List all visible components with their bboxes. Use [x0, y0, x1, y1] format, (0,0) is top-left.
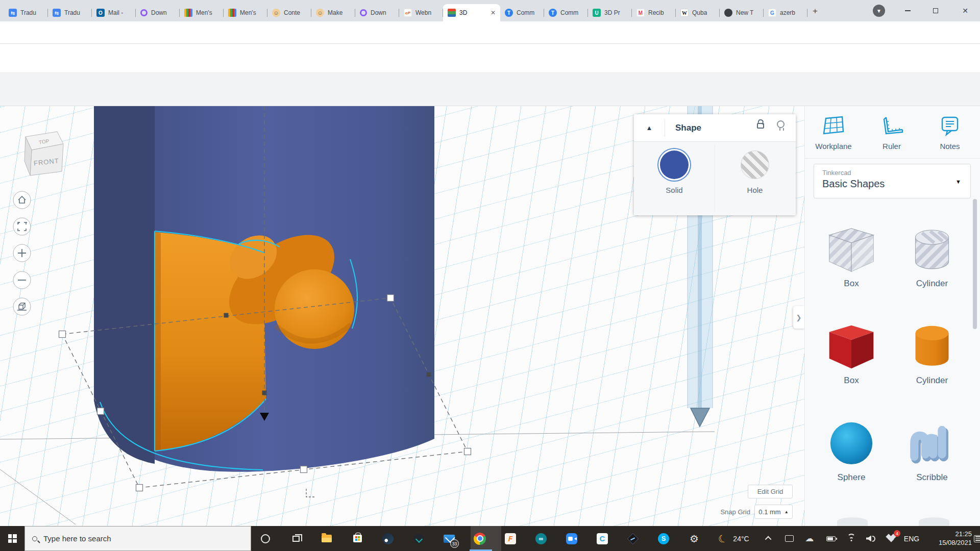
- window-maximize-button[interactable]: [924, 0, 947, 21]
- solid-swatch[interactable]: [660, 151, 689, 179]
- taskbar-app-steam[interactable]: [376, 526, 400, 551]
- taskbar-app-cura[interactable]: C: [590, 526, 615, 551]
- dropbox-badge: 4: [894, 530, 900, 537]
- face-favicon: ☺: [272, 9, 280, 17]
- panel-collapse-chevron[interactable]: ❯: [793, 306, 804, 329]
- taskbar-app-arduino[interactable]: ∞: [529, 526, 553, 551]
- shape-item-sphere[interactable]: Sphere: [821, 419, 882, 483]
- browser-address-bar: ← → ↻ tinkercad.com/things/cCE3HiNw2dO-s…: [0, 21, 980, 44]
- window-minimize-button[interactable]: [896, 0, 919, 21]
- taskbar-app-task-view[interactable]: [284, 526, 308, 551]
- edit-grid-button[interactable]: Edit Grid: [748, 485, 793, 498]
- browser-tab[interactable]: TComm: [500, 4, 544, 21]
- browser-tab[interactable]: ⇆Tradu: [4, 4, 48, 21]
- taskbar-app-store[interactable]: [345, 526, 370, 551]
- tab-close-icon[interactable]: ✕: [491, 9, 496, 16]
- taskbar-app-zoom[interactable]: [559, 526, 584, 551]
- wikipedia-favicon: W: [680, 9, 689, 17]
- collapse-panel-button[interactable]: ▲: [634, 124, 665, 132]
- snap-grid-select[interactable]: 0.1 mm ▲: [754, 505, 793, 519]
- translate-favicon: ⇆: [9, 9, 17, 17]
- fit-view-button[interactable]: [13, 218, 31, 235]
- face-favicon: ☺: [316, 9, 324, 17]
- browser-tab[interactable]: cPWebn: [399, 4, 443, 21]
- browser-tab[interactable]: ⇆Tradu: [48, 4, 92, 21]
- browser-tab[interactable]: Men's: [224, 4, 267, 21]
- visibility-bulb-icon[interactable]: [777, 120, 785, 128]
- outlook-favicon: O: [96, 9, 105, 17]
- browser-tab[interactable]: ☺Make: [311, 4, 355, 21]
- sidebar-scrollbar[interactable]: [973, 199, 977, 329]
- shape-item-cylinder[interactable]: Cylinder: [901, 226, 963, 289]
- browser-tab[interactable]: ☺Conte: [267, 4, 311, 21]
- shape-item-scribble[interactable]: Scribble: [901, 419, 963, 483]
- shape-library-dropdown[interactable]: Tinkercad Basic Shapes: [814, 164, 971, 198]
- home-view-button[interactable]: [13, 191, 31, 209]
- hole-swatch[interactable]: [741, 151, 769, 179]
- ruler-tool[interactable]: Ruler: [863, 115, 921, 151]
- taskbar-app-mail[interactable]: 33: [437, 526, 461, 551]
- snap-grid-label: Snap Grid: [707, 508, 750, 516]
- workplane-label: Workplane: [804, 142, 863, 151]
- taskbar-app-file-explorer[interactable]: [314, 526, 339, 551]
- battery-icon[interactable]: [821, 526, 841, 551]
- tab-title: Down: [151, 9, 167, 16]
- browser-tab[interactable]: Men's: [180, 4, 224, 21]
- temperature[interactable]: 24°C: [731, 526, 751, 551]
- taskbar-app-skype[interactable]: S: [651, 526, 676, 551]
- volume-icon[interactable]: [861, 526, 881, 551]
- solid-option[interactable]: Solid: [634, 142, 715, 215]
- browser-tab[interactable]: TComm: [544, 4, 588, 21]
- rotation-lock-icon[interactable]: [779, 526, 799, 551]
- taskbar-app-daemon[interactable]: [621, 526, 645, 551]
- start-button[interactable]: [0, 526, 24, 551]
- tab-title: Conte: [284, 9, 300, 16]
- shape-item-partial[interactable]: [837, 517, 868, 526]
- library-name: Basic Shapes: [822, 178, 962, 190]
- new-tab-button[interactable]: +: [813, 6, 818, 16]
- shape-item-box[interactable]: Box: [821, 226, 882, 289]
- shape-item-cylinder[interactable]: Cylinder: [901, 322, 963, 386]
- taskbar-app-settings[interactable]: ⚙: [682, 526, 706, 551]
- taskbar-app-cortana[interactable]: [253, 526, 278, 551]
- unlock-icon[interactable]: [757, 123, 764, 129]
- taskbar-app-chrome[interactable]: [468, 526, 492, 551]
- browser-tab[interactable]: OMail -: [92, 4, 136, 21]
- taskbar-app-predator[interactable]: [406, 526, 431, 551]
- ring-favicon: [140, 9, 148, 16]
- search-placeholder: Type here to search: [43, 534, 111, 543]
- shape-label: Sphere: [821, 472, 882, 483]
- tinkercad-header: TINKERCAD Rocket Launcher: [0, 44, 980, 73]
- browser-tab[interactable]: WQuba: [676, 4, 720, 21]
- tab-title: Comm: [560, 9, 578, 16]
- perspective-toggle-button[interactable]: [13, 298, 31, 315]
- onedrive-icon[interactable]: ☁: [799, 526, 820, 551]
- taskbar-clock[interactable]: 21:25 15/08/2021: [925, 530, 972, 547]
- workplane-tool[interactable]: Workplane: [804, 115, 863, 151]
- browser-tab[interactable]: Gazerb: [764, 4, 807, 21]
- notes-tool[interactable]: Notes: [921, 115, 979, 151]
- taskbar-app-fusion360[interactable]: F: [498, 526, 523, 551]
- shape-item-box[interactable]: Box: [821, 322, 882, 386]
- browser-tab[interactable]: New T: [720, 4, 764, 21]
- clock-time: 21:25: [925, 530, 972, 538]
- tab-search-button[interactable]: ▼: [873, 5, 885, 17]
- browser-tab[interactable]: 3D✕: [443, 4, 500, 21]
- view-cube[interactable]: TOP FRONT: [24, 132, 63, 176]
- window-close-button[interactable]: ✕: [953, 0, 977, 21]
- tab-title: Make: [328, 9, 342, 16]
- hidden-icons-chevron[interactable]: [758, 526, 779, 551]
- browser-tab[interactable]: Down: [355, 4, 399, 21]
- language-indicator[interactable]: ENG: [901, 526, 922, 551]
- moon-icon[interactable]: ☾: [713, 526, 733, 551]
- wifi-icon[interactable]: [841, 526, 862, 551]
- browser-tab[interactable]: Down: [136, 4, 180, 21]
- hole-option[interactable]: Hole: [715, 142, 795, 215]
- taskbar-search-box[interactable]: Type here to search: [24, 526, 251, 551]
- browser-tab[interactable]: U3D Pr: [588, 4, 632, 21]
- browser-tab[interactable]: MRecib: [632, 4, 676, 21]
- zoom-in-button[interactable]: [13, 244, 31, 262]
- zoom-out-button[interactable]: [13, 271, 31, 289]
- shape-item-partial[interactable]: [919, 517, 949, 526]
- dropbox-icon[interactable]: 4: [881, 526, 901, 551]
